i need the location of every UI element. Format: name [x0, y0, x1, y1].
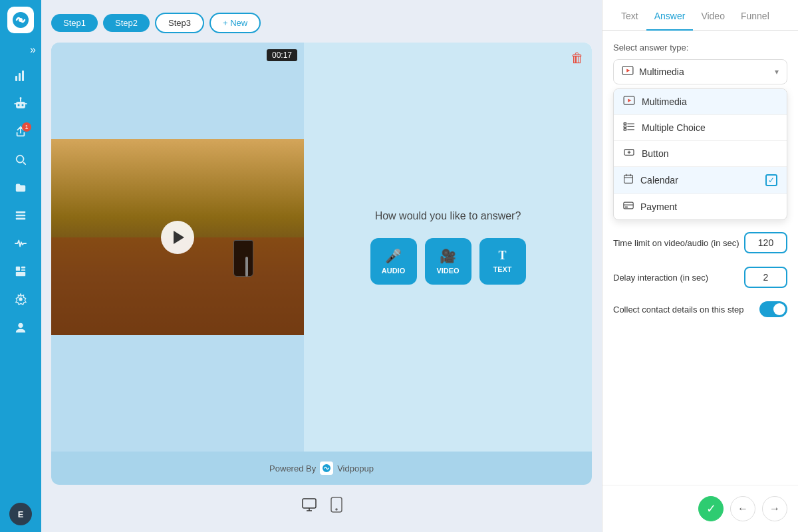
pulse-icon — [15, 237, 27, 253]
answer-type-dropdown[interactable]: Multimedia ▾ — [613, 59, 787, 84]
prev-button[interactable] — [730, 496, 755, 521]
sidebar-logo[interactable] — [7, 7, 34, 33]
step2-tab[interactable]: Step2 — [103, 14, 150, 32]
tab-video[interactable]: Video — [693, 0, 733, 31]
multimedia-menu-icon — [623, 96, 635, 108]
tab-answer[interactable]: Answer — [646, 0, 694, 31]
time-limit-row: Time limit on video/audio (in sec) — [613, 232, 787, 253]
next-button[interactable] — [762, 496, 787, 521]
mobile-button[interactable] — [331, 497, 342, 517]
collect-contact-toggle[interactable] — [759, 301, 787, 317]
svg-point-23 — [336, 509, 337, 510]
expand-icon[interactable]: » — [30, 44, 41, 56]
menu-payment-label: Payment — [640, 201, 677, 212]
svg-rect-17 — [16, 271, 25, 275]
settings-icon — [15, 293, 27, 309]
svg-rect-4 — [22, 70, 24, 81]
menu-item-multiple-choice[interactable]: Multiple Choice — [614, 115, 787, 141]
analytics-icon — [14, 69, 27, 86]
delete-button[interactable]: 🗑 — [571, 51, 584, 66]
collect-contact-label: Collect contact details on this step — [613, 305, 744, 315]
step1-tab[interactable]: Step1 — [51, 14, 98, 32]
video-panel: 00:17 — [51, 43, 304, 452]
answer-options: 🎤 AUDIO 🎥 VIDEO T TEXT — [370, 238, 526, 285]
panel-content: Select answer type: Multimedia ▾ Multime… — [602, 31, 798, 485]
chevron-down-icon: ▾ — [775, 67, 779, 76]
bot-icon — [14, 97, 27, 114]
right-panel: Text Answer Video Funnel Select answer t… — [602, 0, 798, 532]
svg-point-19 — [18, 323, 23, 327]
time-limit-label: Time limit on video/audio (in sec) — [613, 238, 739, 248]
svg-rect-16 — [21, 269, 25, 271]
delay-input[interactable] — [744, 267, 787, 288]
svg-rect-39 — [624, 202, 633, 209]
sidebar-item-search[interactable] — [9, 149, 33, 173]
svg-rect-21 — [303, 499, 316, 508]
delay-label: Delay interaction (in sec) — [613, 273, 708, 283]
video-timestamp: 00:17 — [267, 49, 297, 61]
main-content: Step1 Step2 Step3 + New 🗑 00:17 — [41, 0, 602, 532]
svg-rect-30 — [624, 129, 626, 131]
mobile-icon — [331, 499, 342, 516]
sidebar-item-settings[interactable] — [9, 289, 33, 313]
new-step-tab[interactable]: + New — [209, 13, 261, 33]
play-button[interactable] — [161, 221, 194, 254]
share-badge: 1 — [22, 122, 31, 132]
audio-option[interactable]: 🎤 AUDIO — [370, 238, 417, 285]
sidebar-item-profile[interactable] — [9, 317, 33, 340]
search-icon — [15, 154, 27, 169]
svg-rect-5 — [16, 102, 25, 108]
text-option[interactable]: T TEXT — [479, 238, 526, 285]
audio-icon: 🎤 — [385, 248, 402, 264]
video-option[interactable]: 🎥 VIDEO — [425, 238, 471, 285]
sidebar-item-list[interactable] — [9, 205, 33, 229]
sidebar-item-folder[interactable] — [9, 177, 33, 201]
folder-icon — [15, 182, 27, 197]
menu-multiple-choice-label: Multiple Choice — [642, 122, 706, 133]
list-icon — [15, 209, 27, 225]
svg-point-18 — [19, 297, 22, 301]
video-thumbnail — [51, 139, 304, 335]
canvas-inner: 00:17 How would you like t — [51, 43, 592, 452]
user-avatar[interactable]: E — [9, 503, 32, 525]
canvas-area: 🗑 00:17 — [51, 43, 592, 485]
time-limit-input[interactable] — [744, 232, 787, 253]
svg-point-10 — [17, 155, 24, 162]
svg-marker-25 — [626, 68, 630, 72]
menu-calendar-label: Calendar — [640, 175, 678, 186]
menu-button-label: Button — [642, 148, 668, 159]
delay-row: Delay interaction (in sec) — [613, 267, 787, 288]
svg-rect-3 — [19, 73, 21, 81]
multimedia-icon — [622, 66, 634, 78]
multiple-choice-icon — [623, 122, 635, 134]
payment-icon — [623, 201, 634, 213]
powered-by-text: Powered By — [269, 464, 316, 473]
sidebar-item-bot[interactable] — [9, 93, 33, 117]
text-label: TEXT — [493, 265, 511, 273]
sidebar-item-pulse[interactable] — [9, 233, 33, 257]
menu-item-button[interactable]: Button — [614, 141, 787, 167]
svg-point-1 — [19, 18, 23, 22]
tab-funnel[interactable]: Funnel — [733, 0, 777, 31]
sidebar-item-share[interactable]: 1 — [9, 121, 33, 145]
step3-tab[interactable]: Step3 — [155, 13, 204, 33]
dropdown-selected-label: Multimedia — [639, 66, 769, 77]
sidebar-item-template[interactable] — [9, 261, 33, 285]
sidebar-bottom: E — [9, 496, 32, 525]
text-icon: T — [498, 249, 506, 263]
video-icon: 🎥 — [440, 248, 456, 264]
menu-item-multimedia[interactable]: Multimedia — [614, 89, 787, 115]
svg-rect-11 — [16, 211, 25, 213]
tab-text[interactable]: Text — [613, 0, 646, 31]
menu-item-payment[interactable]: Payment — [614, 194, 787, 219]
svg-rect-28 — [624, 123, 626, 125]
desktop-icon — [301, 499, 317, 516]
canvas-footer: Powered By Vidpopup — [51, 452, 592, 485]
confirm-button[interactable] — [698, 496, 724, 521]
sidebar-item-analytics[interactable] — [9, 65, 33, 89]
svg-point-6 — [18, 104, 20, 106]
menu-item-calendar[interactable]: Calendar ✓ — [614, 167, 787, 194]
desktop-button[interactable] — [301, 497, 317, 517]
select-answer-label: Select answer type: — [613, 43, 787, 53]
answer-type-menu: Multimedia Multiple Choice Button Calend… — [613, 88, 787, 220]
